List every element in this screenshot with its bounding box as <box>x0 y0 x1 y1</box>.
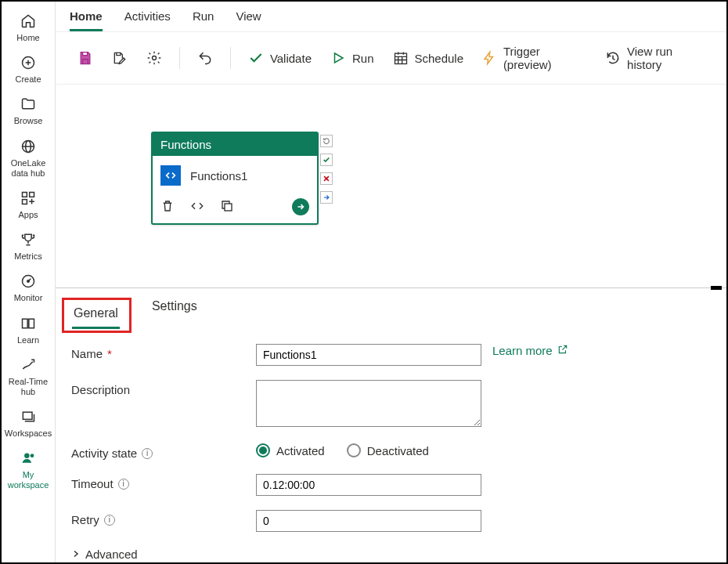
history-button[interactable]: View run history <box>597 40 712 76</box>
nav-my-workspace[interactable]: My workspace <box>5 443 52 495</box>
handle-fail-icon[interactable] <box>320 172 333 185</box>
name-input[interactable] <box>256 344 481 366</box>
ribbon-tab-view[interactable]: View <box>236 6 261 31</box>
property-tab-settings[interactable]: Settings <box>150 296 199 333</box>
undo-button[interactable] <box>189 45 221 70</box>
run-button[interactable]: Run <box>323 45 382 70</box>
home-icon <box>20 13 37 30</box>
toolbar-divider <box>179 47 180 69</box>
calendar-icon <box>393 50 409 66</box>
history-icon <box>605 50 621 66</box>
copy-icon[interactable] <box>220 199 234 215</box>
timeout-input[interactable] <box>256 474 481 496</box>
nav-workspaces[interactable]: Workspaces <box>5 402 52 443</box>
nav-metrics[interactable]: Metrics <box>5 225 52 266</box>
svg-point-7 <box>27 280 30 283</box>
play-icon <box>330 50 346 66</box>
timeout-label: Timeout i <box>71 474 256 490</box>
globe-data-icon <box>20 138 37 155</box>
description-input[interactable] <box>256 380 481 427</box>
pipeline-canvas[interactable]: Functions Functions1 <box>56 85 726 288</box>
ribbon-tabs: Home Activities Run View <box>56 2 726 32</box>
advanced-toggle[interactable]: Advanced <box>71 546 712 564</box>
save-button[interactable] <box>70 45 101 70</box>
nav-label: Browse <box>14 116 43 126</box>
nav-monitor[interactable]: Monitor <box>5 266 52 308</box>
name-label: Name * <box>71 344 256 360</box>
undo-icon <box>197 50 213 66</box>
schedule-button[interactable]: Schedule <box>385 45 472 70</box>
ribbon-tab-home[interactable]: Home <box>70 6 103 31</box>
nav-browse[interactable]: Browse <box>5 89 52 131</box>
radio-dot-icon <box>347 443 361 457</box>
form-row-timeout: Timeout i <box>71 474 712 496</box>
radio-dot-icon <box>256 443 270 457</box>
property-tabs: General Settings <box>56 288 726 333</box>
stream-icon <box>20 356 37 374</box>
nav-label: Workspaces <box>5 428 52 439</box>
handle-completion-icon[interactable] <box>320 135 333 147</box>
general-form: Name * Learn more Description Activity s… <box>56 333 726 564</box>
nav-apps[interactable]: Apps <box>5 183 52 225</box>
nav-onelake[interactable]: OneLake data hub <box>5 132 52 183</box>
svg-rect-13 <box>225 204 232 211</box>
nav-label: OneLake data hub <box>5 158 52 179</box>
nav-learn[interactable]: Learn <box>5 309 52 350</box>
handle-skip-icon[interactable] <box>320 191 333 204</box>
validate-button[interactable]: Validate <box>240 45 319 70</box>
radio-deactivated[interactable]: Deactivated <box>347 443 429 457</box>
radio-activated[interactable]: Activated <box>256 443 325 457</box>
form-row-retry: Retry i <box>71 510 712 532</box>
activity-card-functions[interactable]: Functions Functions1 <box>151 132 319 225</box>
chevron-right-icon <box>71 548 81 561</box>
svg-rect-3 <box>23 192 27 197</box>
delete-icon[interactable] <box>160 199 175 215</box>
retry-input[interactable] <box>256 510 481 532</box>
svg-rect-8 <box>23 412 32 419</box>
apps-grid-icon <box>20 190 37 207</box>
main-area: Home Activities Run View <box>56 2 726 562</box>
nav-create[interactable]: Create <box>5 48 52 89</box>
nav-realtime[interactable]: Real-Time hub <box>5 350 52 402</box>
info-icon[interactable]: i <box>142 448 153 459</box>
check-icon <box>248 50 264 66</box>
save-icon <box>77 50 93 66</box>
handle-success-icon[interactable] <box>320 154 333 166</box>
nav-home[interactable]: Home <box>5 6 52 48</box>
info-icon[interactable]: i <box>118 479 129 490</box>
plus-circle-icon <box>20 54 37 71</box>
nav-label: Apps <box>18 210 38 220</box>
run-activity-icon[interactable] <box>292 198 309 215</box>
folder-icon <box>20 96 37 113</box>
activity-state-label: Activity state i <box>71 443 256 460</box>
toolbar-divider <box>230 47 231 69</box>
settings-button[interactable] <box>139 45 170 70</box>
activity-card-footer <box>153 193 317 223</box>
code-icon <box>160 165 181 186</box>
save-as-button[interactable] <box>104 45 135 70</box>
book-icon <box>20 315 37 332</box>
lightning-icon <box>482 50 497 66</box>
ribbon-tab-run[interactable]: Run <box>193 6 214 31</box>
info-icon[interactable]: i <box>104 515 115 526</box>
ribbon-tab-activities[interactable]: Activities <box>124 6 171 31</box>
required-asterisk: * <box>107 347 112 360</box>
external-link-icon <box>557 344 568 357</box>
stack-icon <box>20 408 37 425</box>
validate-label: Validate <box>270 52 312 65</box>
property-tab-general[interactable]: General <box>72 303 120 329</box>
trigger-button[interactable]: Trigger (preview) <box>474 40 594 76</box>
trigger-label: Trigger (preview) <box>503 45 586 71</box>
gauge-icon <box>20 273 37 290</box>
code-view-icon[interactable] <box>190 199 204 215</box>
nav-label: Metrics <box>14 251 41 262</box>
nav-label: My workspace <box>5 470 52 490</box>
left-nav: Home Create Browse OneLake data hub Apps… <box>2 2 56 562</box>
history-label: View run history <box>627 45 705 71</box>
highlight-box: General <box>62 298 132 333</box>
activity-name: Functions1 <box>190 169 247 183</box>
svg-rect-4 <box>30 192 34 197</box>
learn-more-link[interactable]: Learn more <box>492 344 568 357</box>
nav-label: Real-Time hub <box>5 377 52 397</box>
svg-point-9 <box>25 454 29 457</box>
